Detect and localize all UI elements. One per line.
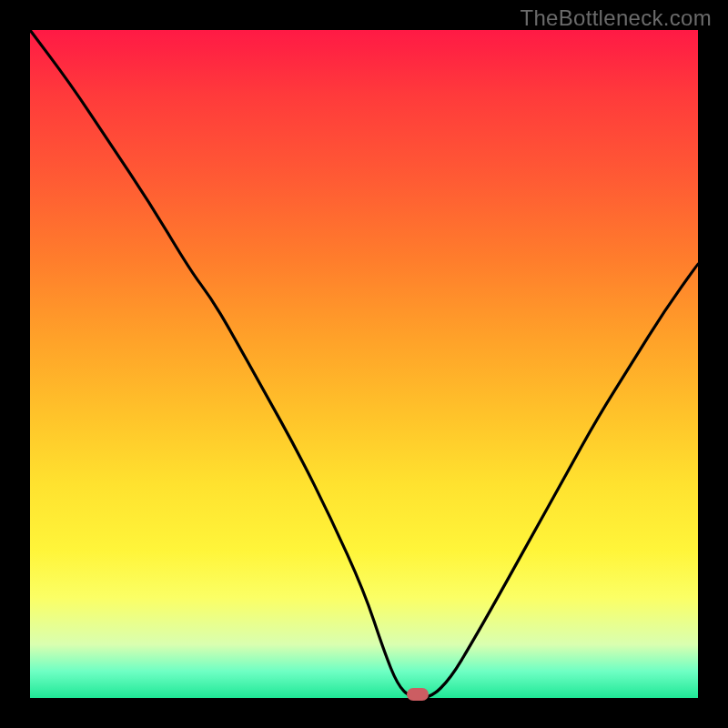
optimal-point-marker — [407, 688, 429, 701]
bottleneck-curve-svg — [30, 30, 698, 698]
watermark-text: TheBottleneck.com — [520, 5, 712, 31]
bottleneck-curve-path — [30, 30, 698, 698]
chart-frame: TheBottleneck.com — [0, 0, 728, 728]
